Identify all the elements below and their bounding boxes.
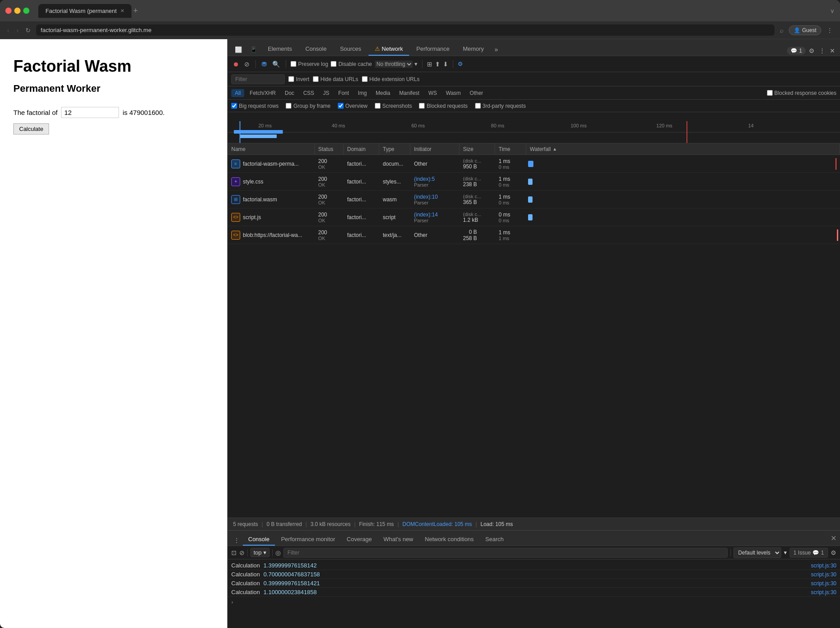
type-ws[interactable]: WS [425,89,440,97]
screenshots-checkbox[interactable] [375,103,381,109]
overview-label[interactable]: Overview [338,103,368,109]
tab-network[interactable]: ⚠ Network [369,43,410,56]
network-settings-icon[interactable]: ⚙ [458,61,463,67]
log-source-1[interactable]: script.js:30 [811,563,836,569]
devtools-kebab-button[interactable]: ⋮ [818,46,827,56]
forward-button[interactable]: › [15,25,20,36]
console-panel-menu[interactable]: ⋮ [231,535,242,546]
network-row[interactable]: ✦ style.css 200 OK factori... [228,173,840,191]
type-fetch-xhr[interactable]: Fetch/XHR [246,89,279,97]
console-tab-coverage[interactable]: Coverage [341,534,377,546]
factorial-input[interactable] [61,107,119,118]
back-button[interactable]: ‹ [5,25,11,36]
address-input[interactable] [36,24,774,36]
type-media[interactable]: Media [372,89,394,97]
network-icon-1[interactable]: ⊞ [427,61,432,68]
zoom-button[interactable]: ⌕ [778,25,785,36]
hide-data-label[interactable]: Hide data URLs [313,76,358,82]
type-doc[interactable]: Doc [281,89,298,97]
level-select[interactable]: Default levels [733,547,781,558]
hide-extension-label[interactable]: Hide extension URLs [362,76,420,82]
third-party-checkbox[interactable] [475,103,481,109]
preserve-log-label[interactable]: Preserve log [291,61,328,67]
calculate-button[interactable]: Calculate [13,123,49,135]
log-source-4[interactable]: script.js:30 [811,589,836,595]
console-sidebar-icon[interactable]: ⊡ [231,549,237,556]
type-all[interactable]: All [231,89,244,97]
big-rows-label[interactable]: Big request rows [231,103,279,109]
devtools-inspector-icon[interactable]: ⬜ [231,44,246,56]
console-tab-console[interactable]: Console [243,534,275,546]
hide-data-checkbox[interactable] [313,76,319,82]
tab-close-button[interactable]: ✕ [120,8,124,14]
blocked-cookies-checkbox[interactable] [767,90,773,96]
header-size[interactable]: Size [459,143,495,155]
devtools-settings-button[interactable]: ⚙ [807,46,816,56]
type-js[interactable]: JS [320,89,333,97]
type-css[interactable]: CSS [299,89,318,97]
log-source-2[interactable]: script.js:30 [811,571,836,578]
preserve-log-checkbox[interactable] [291,61,296,67]
network-row[interactable]: <> script.js 200 OK factori... [228,208,840,226]
invert-label[interactable]: Invert [288,76,309,82]
group-frame-checkbox[interactable] [286,103,291,109]
clear-button[interactable]: ⊘ [243,59,251,69]
header-waterfall[interactable]: Waterfall ▲ [526,143,840,155]
console-tab-whats-new[interactable]: What's new [378,534,418,546]
new-tab-button[interactable]: + [133,6,138,16]
screenshots-label[interactable]: Screenshots [375,103,412,109]
close-button[interactable] [5,8,12,14]
guest-button[interactable]: 👤 Guest [789,25,821,35]
devtools-close-button[interactable]: ✕ [828,46,836,56]
tab-collapse-button[interactable]: ∨ [830,8,835,14]
blocked-requests-label[interactable]: Blocked requests [419,103,467,109]
network-row[interactable]: ≡ factorial-wasm-perma... 200 OK factori… [228,155,840,173]
tab-console[interactable]: Console [299,43,333,56]
header-domain[interactable]: Domain [344,143,379,155]
type-other[interactable]: Other [466,89,487,97]
network-row[interactable]: ⊞ factorial.wasm 200 OK factori... [228,191,840,208]
log-source-3[interactable]: script.js:30 [811,580,836,587]
type-img[interactable]: Img [354,89,370,97]
throttle-select[interactable]: No throttling [375,61,413,68]
record-button[interactable]: ⏺ [231,59,240,69]
console-prompt[interactable]: › [228,597,840,607]
disable-cache-checkbox[interactable] [331,61,336,67]
third-party-label[interactable]: 3rd-party requests [475,103,526,109]
disable-cache-label[interactable]: Disable cache [331,61,372,67]
maximize-button[interactable] [23,8,29,14]
import-button[interactable]: ⬆ [435,61,440,68]
filter-input[interactable] [231,74,285,84]
tab-performance[interactable]: Performance [410,43,455,56]
console-tab-performance-monitor[interactable]: Performance monitor [276,534,340,546]
header-status[interactable]: Status [315,143,344,155]
header-initiator[interactable]: Initiator [410,143,459,155]
header-type[interactable]: Type [379,143,410,155]
row3-initiator-link[interactable]: (index):10 [414,194,438,200]
row4-initiator-link[interactable]: (index):14 [414,212,438,218]
blocked-requests-checkbox[interactable] [419,103,425,109]
search-button[interactable]: 🔍 [271,59,281,69]
console-eye-icon[interactable]: ◎ [275,549,281,556]
throttle-dropdown-icon[interactable]: ▾ [414,61,418,67]
overview-checkbox[interactable] [338,103,344,109]
tab-sources[interactable]: Sources [334,43,368,56]
console-tab-search[interactable]: Search [480,534,509,546]
console-close-button[interactable]: ✕ [831,534,836,542]
type-manifest[interactable]: Manifest [396,89,423,97]
tab-memory[interactable]: Memory [457,43,490,56]
console-clear-icon[interactable]: ⊘ [239,549,245,556]
group-frame-label[interactable]: Group by frame [286,103,330,109]
hide-extension-checkbox[interactable] [362,76,368,82]
network-row[interactable]: <> blob:https://factorial-wa... 200 OK f… [228,226,840,244]
header-name[interactable]: Name [228,143,315,155]
devtools-more-tabs[interactable]: » [491,43,502,56]
row2-initiator-link[interactable]: (index):5 [414,176,435,182]
filter-button[interactable]: ⛃ [260,59,268,69]
tab-elements[interactable]: Elements [262,43,298,56]
browser-tab[interactable]: Factorial Wasm (permanent ✕ [38,4,131,18]
invert-checkbox[interactable] [288,76,294,82]
type-font[interactable]: Font [335,89,352,97]
reload-button[interactable]: ↻ [24,25,33,36]
big-rows-checkbox[interactable] [231,103,237,109]
